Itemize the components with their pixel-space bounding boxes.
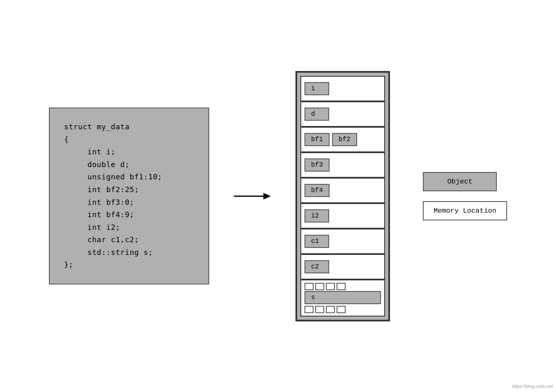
code-block: struct my_data { int i; double d; unsign… [49, 108, 209, 284]
memory-diagram: i d bf1 bf2 bf3 bf4 i2 c1 c2 [295, 71, 390, 321]
code-text: struct my_data { int i; double d; unsign… [64, 121, 162, 271]
s-divider-8 [337, 306, 346, 313]
memory-cell-c1: c1 [305, 235, 329, 248]
memory-cell-d: d [305, 108, 329, 121]
memory-cell-i: i [305, 82, 329, 95]
s-divider-6 [315, 306, 324, 313]
legend-memory-location: Memory Location [423, 201, 507, 220]
memory-cell-i2: i2 [305, 209, 329, 222]
s-divider-2 [315, 283, 324, 290]
memory-row-bf3: bf3 [300, 152, 385, 178]
memory-row-bf1-bf2: bf1 bf2 [300, 127, 385, 152]
memory-cell-c2: c2 [305, 260, 329, 273]
legend-object: Object [423, 172, 497, 191]
main-container: struct my_data { int i; double d; unsign… [0, 0, 556, 392]
memory-row-i2: i2 [300, 203, 385, 229]
s-bottom-dividers [305, 305, 381, 314]
svg-marker-1 [263, 193, 271, 199]
s-divider-7 [326, 306, 335, 313]
memory-cell-bf3: bf3 [305, 158, 330, 172]
arrow-icon [234, 190, 271, 202]
memory-row-bf4: bf4 [300, 178, 385, 203]
memory-cell-s: s [305, 291, 381, 304]
memory-row-d: d [300, 101, 385, 127]
s-divider-1 [305, 283, 314, 290]
s-divider-4 [337, 283, 346, 290]
s-top-dividers [305, 282, 381, 291]
memory-row-i: i [300, 76, 385, 101]
watermark: https://blog.csdn.net [512, 384, 553, 389]
memory-cell-bf1: bf1 [305, 133, 330, 146]
arrow-container [234, 190, 271, 202]
memory-cell-bf2: bf2 [332, 133, 357, 146]
s-divider-3 [326, 283, 335, 290]
memory-row-s: s [300, 280, 385, 316]
legend-container: Object Memory Location [423, 172, 507, 220]
s-divider-5 [305, 306, 314, 313]
memory-row-c1: c1 [300, 229, 385, 254]
memory-cell-bf4: bf4 [305, 184, 330, 197]
memory-row-c2: c2 [300, 254, 385, 280]
